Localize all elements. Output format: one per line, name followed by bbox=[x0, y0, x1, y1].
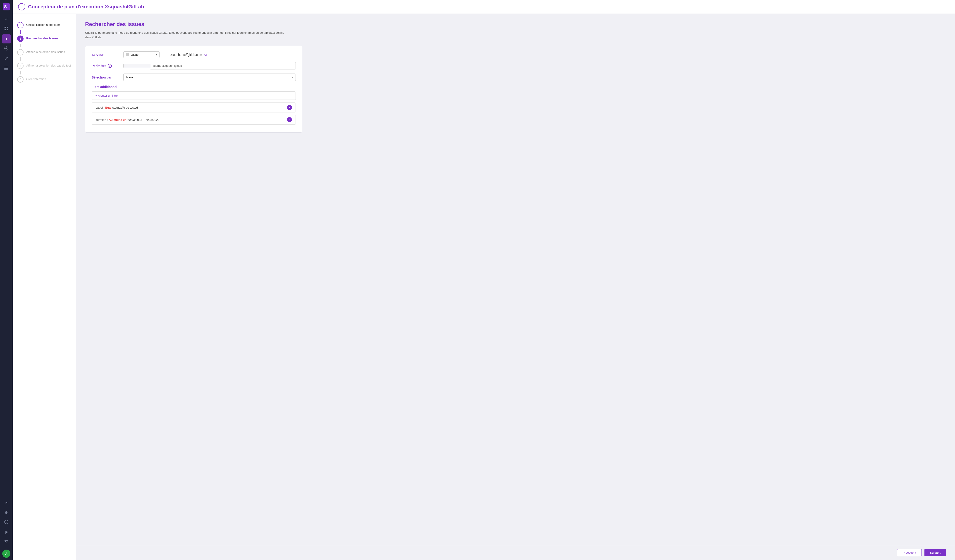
sidebar-item-plus[interactable] bbox=[2, 44, 11, 53]
back-button[interactable]: Précédent bbox=[897, 549, 922, 556]
url-value: https://gitlab.com bbox=[178, 53, 202, 56]
add-filter-button[interactable]: + Ajouter un filtre bbox=[92, 91, 296, 100]
url-section: URL https://gitlab.com ⧉ bbox=[169, 53, 207, 56]
server-value: Gitlab bbox=[131, 53, 138, 56]
filter-1-value: 20/03/2023 - 26/03/2023 bbox=[127, 118, 160, 122]
avatar[interactable]: A bbox=[2, 550, 10, 558]
sidebar-item-help[interactable]: ? bbox=[2, 518, 11, 527]
connector-4-5 bbox=[20, 71, 20, 74]
page-title: Concepteur de plan d'exécution Xsquash4G… bbox=[28, 4, 144, 10]
svg-rect-11 bbox=[4, 68, 8, 69]
back-icon: ← bbox=[20, 5, 23, 9]
add-filter-label: + Ajouter un filtre bbox=[96, 94, 118, 97]
server-label: Serveur bbox=[92, 53, 119, 56]
selection-row: Sélection par Issue ▾ bbox=[92, 74, 296, 81]
svg-text:?: ? bbox=[6, 521, 7, 523]
selection-value: Issue bbox=[126, 75, 133, 79]
selection-chevron-icon: ▾ bbox=[291, 76, 293, 79]
sidebar-item-flag[interactable]: ⚑ bbox=[2, 528, 11, 537]
filter-1-remove-button[interactable]: × bbox=[287, 117, 292, 122]
url-label: URL bbox=[169, 53, 176, 56]
settings-icon: ⚙ bbox=[5, 510, 8, 515]
server-select[interactable]: Gitlab ▾ bbox=[123, 52, 160, 58]
form-title: Rechercher des issues bbox=[85, 21, 946, 27]
scope-row: Périmètre ? /demo-xsquash4gitlab bbox=[92, 62, 296, 69]
scope-prefix bbox=[123, 64, 150, 68]
scope-suffix[interactable]: /demo-xsquash4gitlab bbox=[150, 62, 296, 69]
grid-icon bbox=[4, 27, 8, 31]
sidebar: S ✓ ● bbox=[0, 0, 13, 560]
step-5-icon: 5 bbox=[17, 76, 23, 83]
form-description: Choisir le périmètre et le mode de reche… bbox=[85, 31, 289, 39]
step-3-label: Affiner la sélection des issues bbox=[26, 49, 65, 54]
filter-icon bbox=[5, 540, 8, 544]
svg-rect-12 bbox=[4, 69, 8, 70]
step-1-icon: ✓ bbox=[17, 22, 23, 28]
form-area: Rechercher des issues Choisir le périmèt… bbox=[76, 14, 955, 545]
server-chevron-icon: ▾ bbox=[156, 53, 157, 56]
step-2-icon: 2 bbox=[17, 36, 23, 42]
circle-icon: ● bbox=[5, 37, 8, 41]
filter-0-remove-button[interactable]: × bbox=[287, 105, 292, 110]
selection-label: Sélection par bbox=[92, 75, 119, 79]
wizard-step-4: 4 Affiner la sélection des cas de test bbox=[17, 61, 71, 71]
filter-section: Filtre additionnel + Ajouter un filtre L… bbox=[92, 85, 296, 125]
step-1-label: Choisir l'action à effectuer bbox=[26, 22, 60, 27]
scissors-icon: ✂ bbox=[5, 501, 8, 505]
svg-rect-3 bbox=[7, 27, 8, 28]
svg-rect-10 bbox=[4, 67, 8, 67]
wizard-step-2: 2 Rechercher des issues bbox=[17, 34, 71, 44]
selection-select[interactable]: Issue ▾ bbox=[123, 74, 296, 81]
scope-input-wrapper: /demo-xsquash4gitlab bbox=[123, 62, 296, 69]
filter-item-0: Label : Égal status::To be tested × bbox=[92, 103, 296, 113]
step-4-icon: 4 bbox=[17, 63, 23, 69]
checkmark-icon: ✓ bbox=[5, 17, 8, 21]
help-circle-icon: ? bbox=[4, 520, 8, 525]
connector-2-3 bbox=[20, 44, 20, 47]
tools-icon bbox=[4, 56, 8, 61]
filter-1-key: Iteration : bbox=[96, 118, 108, 122]
filter-section-title: Filtre additionnel bbox=[92, 85, 296, 89]
sidebar-item-grid[interactable] bbox=[2, 24, 11, 33]
connector-3-4 bbox=[20, 57, 20, 61]
content-area: ✓ Choisir l'action à effectuer 2 Recherc… bbox=[13, 14, 955, 560]
scope-label: Périmètre ? bbox=[92, 64, 119, 68]
svg-rect-5 bbox=[7, 29, 8, 30]
step-5-label: Créer l'itération bbox=[26, 76, 46, 81]
back-button[interactable]: ← bbox=[18, 3, 25, 10]
bars-icon bbox=[4, 67, 8, 71]
sidebar-item-tools[interactable] bbox=[2, 54, 11, 63]
flag-icon: ⚑ bbox=[5, 530, 8, 535]
step-2-label: Rechercher des issues bbox=[26, 36, 58, 41]
plus-circle-icon bbox=[4, 46, 8, 52]
external-link-icon[interactable]: ⧉ bbox=[204, 53, 207, 56]
wizard-step-5: 5 Créer l'itération bbox=[17, 74, 71, 84]
sidebar-item-filter[interactable] bbox=[2, 538, 11, 547]
app-logo[interactable]: S bbox=[2, 2, 11, 11]
form-card: Serveur Gitlab ▾ URL https://gitlab.com … bbox=[85, 46, 302, 133]
sidebar-item-bars[interactable] bbox=[2, 64, 11, 73]
bottom-bar: Précédent Suivant bbox=[76, 545, 955, 560]
svg-rect-4 bbox=[5, 29, 6, 30]
sidebar-item-scissors[interactable]: ✂ bbox=[2, 498, 11, 507]
topbar: ← Concepteur de plan d'exécution Xsquash… bbox=[13, 0, 955, 14]
connector-1-2 bbox=[20, 30, 20, 34]
server-dot bbox=[126, 53, 129, 56]
scope-help-icon[interactable]: ? bbox=[108, 64, 112, 68]
sidebar-item-settings[interactable]: ⚙ bbox=[2, 508, 11, 517]
next-button[interactable]: Suivant bbox=[924, 549, 946, 556]
filter-0-op: Égal bbox=[105, 106, 111, 109]
filter-1-op: Au moins un bbox=[109, 118, 127, 122]
svg-text:S: S bbox=[4, 5, 7, 9]
filter-0-key: Label : bbox=[96, 106, 104, 109]
server-row: Serveur Gitlab ▾ URL https://gitlab.com … bbox=[92, 52, 296, 58]
sidebar-item-active[interactable]: ● bbox=[2, 34, 11, 44]
step-3-icon: 3 bbox=[17, 49, 23, 55]
filter-0-value: status::To be tested bbox=[113, 106, 138, 109]
wizard-step-3: 3 Affiner la sélection des issues bbox=[17, 47, 71, 57]
wizard-panel: ✓ Choisir l'action à effectuer 2 Recherc… bbox=[13, 14, 76, 560]
wizard-step-1: ✓ Choisir l'action à effectuer bbox=[17, 20, 71, 30]
step-4-label: Affiner la sélection des cas de test bbox=[26, 63, 71, 68]
sidebar-item-dashboard[interactable]: ✓ bbox=[2, 14, 11, 23]
filter-item-1: Iteration : Au moins un 20/03/2023 - 26/… bbox=[92, 115, 296, 125]
